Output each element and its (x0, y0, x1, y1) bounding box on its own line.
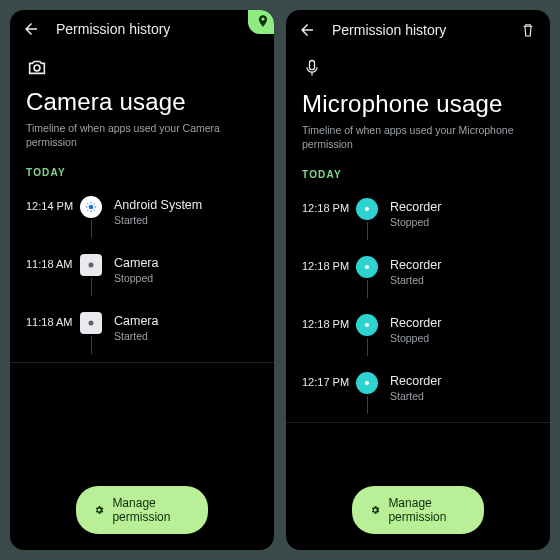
timeline-connector (91, 336, 92, 354)
timeline-list: 12:18 PM Recorder Stopped 12:18 PM (302, 190, 534, 423)
app-bar: Permission history (10, 10, 274, 40)
page-subtitle: Timeline of when apps used your Camera p… (26, 122, 258, 149)
app-bar: Permission history (286, 10, 550, 42)
svg-point-1 (89, 205, 94, 210)
timeline-connector (367, 280, 368, 298)
svg-line-7 (94, 210, 95, 211)
entry-state: Started (114, 214, 202, 226)
app-icon-recorder (356, 256, 378, 278)
day-label: TODAY (26, 167, 258, 178)
timeline-entry[interactable]: 12:14 PM Android System Started (26, 188, 258, 246)
content-area: Microphone usage Timeline of when apps u… (286, 42, 550, 550)
day-label: TODAY (302, 169, 534, 180)
app-icon-camera (80, 254, 102, 276)
entry-app-name: Camera (114, 314, 158, 328)
timeline-entry[interactable]: 11:18 AM Camera Stopped (26, 246, 258, 304)
trash-icon (519, 21, 537, 39)
timeline-connector (91, 220, 92, 238)
manage-permission-label: Manage permission (388, 496, 466, 524)
svg-rect-12 (310, 61, 315, 70)
header-title: Permission history (332, 22, 446, 38)
manage-permission-label: Manage permission (112, 496, 190, 524)
entry-app-name: Recorder (390, 374, 441, 388)
svg-point-11 (89, 321, 94, 326)
svg-point-15 (365, 323, 369, 327)
timeline-entry[interactable]: 12:17 PM Recorder Started (302, 364, 534, 422)
delete-button[interactable] (518, 20, 538, 40)
entry-time: 12:14 PM (26, 196, 76, 212)
svg-point-13 (365, 207, 369, 211)
entry-state: Stopped (390, 216, 441, 228)
timeline-entry[interactable]: 12:18 PM Recorder Started (302, 248, 534, 306)
entry-time: 12:17 PM (302, 372, 352, 388)
app-icon-camera (80, 312, 102, 334)
back-button[interactable] (298, 21, 316, 39)
back-button[interactable] (22, 20, 40, 38)
entry-app-name: Android System (114, 198, 202, 212)
manage-permission-button[interactable]: Manage permission (352, 486, 484, 534)
app-icon-android-system (80, 196, 102, 218)
phone-camera-usage: Permission history Camera usage Timeline… (10, 10, 274, 550)
gear-icon (94, 503, 104, 517)
app-icon-recorder (356, 198, 378, 220)
app-icon-recorder (356, 314, 378, 336)
entry-time: 12:18 PM (302, 314, 352, 330)
svg-line-9 (94, 203, 95, 204)
app-icon-recorder (356, 372, 378, 394)
microphone-icon (302, 58, 324, 80)
entry-time: 11:18 AM (26, 254, 76, 270)
camera-icon (26, 56, 48, 78)
svg-line-8 (87, 210, 88, 211)
screenshot-pair: Permission history Camera usage Timeline… (0, 0, 560, 560)
svg-point-14 (365, 265, 369, 269)
entry-time: 12:18 PM (302, 198, 352, 214)
page-title: Microphone usage (302, 90, 534, 118)
timeline-entry[interactable]: 11:18 AM Camera Started (26, 304, 258, 362)
content-area: Camera usage Timeline of when apps used … (10, 40, 274, 550)
entry-state: Started (114, 330, 158, 342)
phone-microphone-usage: Permission history Microphone usage Time… (286, 10, 550, 550)
svg-line-6 (87, 203, 88, 204)
svg-point-10 (89, 263, 94, 268)
divider (10, 362, 274, 363)
entry-state: Started (390, 274, 441, 286)
entry-app-name: Recorder (390, 316, 441, 330)
timeline-entry[interactable]: 12:18 PM Recorder Stopped (302, 306, 534, 364)
entry-app-name: Camera (114, 256, 158, 270)
entry-state: Stopped (390, 332, 441, 344)
location-icon (256, 14, 270, 28)
gear-icon (370, 503, 380, 517)
privacy-indicator-pill[interactable] (248, 10, 274, 34)
divider (286, 422, 550, 423)
arrow-left-icon (298, 21, 316, 39)
timeline-list: 12:14 PM Android System Started 11:18 AM (26, 188, 258, 363)
entry-time: 11:18 AM (26, 312, 76, 328)
timeline-connector (91, 278, 92, 296)
timeline-connector (367, 222, 368, 240)
header-title: Permission history (56, 21, 170, 37)
entry-state: Stopped (114, 272, 158, 284)
svg-point-16 (365, 381, 369, 385)
manage-permission-button[interactable]: Manage permission (76, 486, 208, 534)
page-title: Camera usage (26, 88, 258, 116)
timeline-connector (367, 396, 368, 414)
entry-time: 12:18 PM (302, 256, 352, 272)
timeline-entry[interactable]: 12:18 PM Recorder Stopped (302, 190, 534, 248)
entry-app-name: Recorder (390, 258, 441, 272)
page-subtitle: Timeline of when apps used your Micropho… (302, 124, 534, 151)
timeline-connector (367, 338, 368, 356)
entry-state: Started (390, 390, 441, 402)
entry-app-name: Recorder (390, 200, 441, 214)
svg-point-0 (34, 65, 40, 71)
arrow-left-icon (22, 20, 40, 38)
